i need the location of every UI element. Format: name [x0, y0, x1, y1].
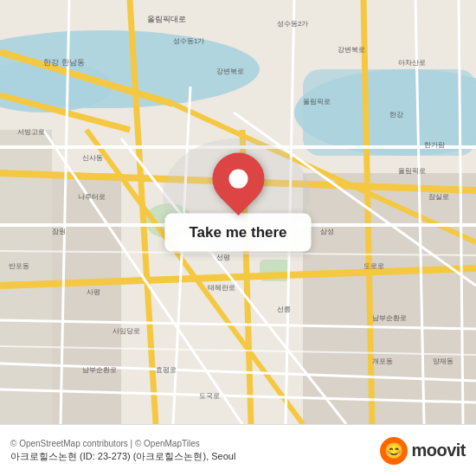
map-container: 한강 한남동 성수동1가 성수동2가 아차산로 서빙고로 신사동 나루터로 잠원… [0, 0, 476, 424]
svg-text:나루터로: 나루터로 [78, 193, 106, 201]
svg-text:한강 한남동: 한강 한남동 [43, 58, 85, 67]
svg-rect-11 [303, 173, 476, 424]
svg-text:선평: 선평 [216, 254, 230, 261]
svg-text:사평: 사평 [87, 288, 100, 296]
svg-text:도국로: 도국로 [199, 392, 220, 400]
moovit-brand-text: moovit [411, 441, 466, 460]
svg-text:양재동: 양재동 [433, 357, 453, 365]
svg-text:올림픽대로: 올림픽대로 [147, 15, 186, 23]
svg-text:효평로: 효평로 [156, 366, 177, 374]
svg-text:강변북로: 강변북로 [338, 46, 365, 54]
location-overlay: Take me there [164, 153, 311, 252]
svg-text:남부순환로: 남부순환로 [372, 314, 407, 322]
svg-text:올림픽로: 올림픽로 [398, 167, 426, 175]
attribution-text: © OpenStreetMap contributors | © OpenMap… [10, 439, 380, 448]
svg-text:삼성: 삼성 [320, 228, 334, 235]
svg-text:남부순환로: 남부순환로 [82, 366, 117, 374]
svg-text:성수동1가: 성수동1가 [173, 37, 204, 45]
svg-text:잠실로: 잠실로 [428, 193, 449, 201]
svg-text:강변북로: 강변북로 [216, 68, 244, 75]
take-me-there-button[interactable]: Take me there [164, 214, 311, 252]
svg-text:신사동: 신사동 [82, 154, 103, 162]
moovit-logo: 😊 moovit [380, 437, 466, 465]
svg-text:도로로: 도로로 [363, 262, 384, 270]
svg-text:서빙고로: 서빙고로 [17, 128, 45, 136]
svg-text:반포동: 반포동 [9, 262, 29, 270]
svg-text:올림픽로: 올림픽로 [303, 98, 331, 106]
svg-text:개포동: 개포동 [372, 357, 393, 365]
footer: © OpenStreetMap contributors | © OpenMap… [0, 424, 476, 476]
location-pin [202, 142, 275, 215]
svg-text:태헤란로: 태헤란로 [208, 284, 235, 292]
svg-text:한가람: 한가람 [424, 141, 445, 149]
svg-text:선릉: 선릉 [277, 306, 291, 313]
svg-text:한강: 한강 [389, 111, 403, 119]
svg-text:잠원: 잠원 [52, 228, 66, 235]
svg-text:아차산로: 아차산로 [398, 59, 426, 67]
footer-text: © OpenStreetMap contributors | © OpenMap… [10, 439, 380, 463]
location-name: 아크로힐스논현 (ID: 23-273) (아크로힐스논현), Seoul [10, 450, 380, 463]
moovit-face-icon: 😊 [380, 437, 408, 465]
svg-text:성수동2가: 성수동2가 [277, 20, 308, 28]
svg-text:사임당로: 사임당로 [113, 327, 140, 335]
